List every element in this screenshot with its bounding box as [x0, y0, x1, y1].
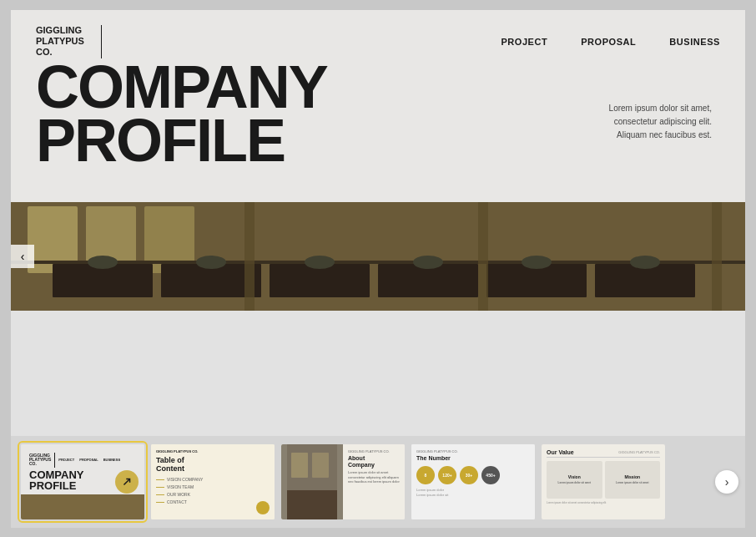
mission-box: Mission Lorem ipsum dolor sit amet — [605, 461, 661, 499]
title-line2: PROFILE — [36, 114, 327, 168]
thumbnail-1[interactable]: GIGGLINGPLATYPUSCO. PROJECTPROPOSALBUSIN… — [21, 444, 144, 519]
slide-description: Lorem ipsum dolor sit amet, consectetur … — [595, 102, 712, 142]
slide-content: GIGGLING PLATYPUS CO. PROJECT PROPOSAL B… — [11, 10, 745, 311]
num-box-2: 120+ — [438, 466, 456, 484]
svg-rect-23 — [478, 202, 488, 311]
svg-rect-24 — [712, 202, 722, 311]
slide-prev-arrow[interactable]: ‹ — [11, 245, 34, 268]
svg-rect-29 — [312, 453, 329, 478]
thumb-2-content: GIGGLING PLATYPUS CO. Table of Content V… — [151, 444, 275, 519]
svg-rect-22 — [244, 202, 255, 311]
thumb-5-content: Our Value GIGGLING PLATYPUS CO. Vision L… — [542, 444, 665, 519]
vision-box: Vision Lorem ipsum dolor sit amet — [547, 461, 602, 499]
svg-rect-30 — [287, 490, 337, 519]
svg-rect-28 — [291, 453, 308, 478]
thumb-1-photo — [21, 494, 144, 519]
thumb-4-title: The Number — [416, 455, 530, 461]
svg-point-19 — [413, 256, 443, 269]
thumbnail-strip: GIGGLINGPLATYPUSCO. PROJECTPROPOSALBUSIN… — [11, 436, 745, 528]
num-box-1: 8 — [416, 466, 435, 484]
thumb-4-numbers: 8 120+ 30+ 450+ — [416, 466, 530, 484]
thumb-5-title: Our Value — [547, 449, 574, 455]
num-box-4: 450+ — [481, 466, 500, 484]
thumb-2-title: Table of Content — [156, 456, 270, 474]
slide-main-title: COMPANY PROFILE — [36, 60, 327, 169]
nav-business[interactable]: BUSINESS — [669, 37, 720, 47]
thumb-1-content: GIGGLINGPLATYPUSCO. PROJECTPROPOSALBUSIN… — [21, 444, 144, 519]
thumbnail-2[interactable]: GIGGLING PLATYPUS CO. Table of Content V… — [151, 444, 275, 519]
office-interior — [11, 202, 745, 311]
thumb-3-title: About Company — [348, 455, 400, 469]
chevron-right-icon: › — [725, 475, 729, 489]
svg-point-18 — [305, 256, 335, 269]
thumb-3-photo — [281, 444, 343, 519]
office-photo: ‹ — [11, 202, 745, 311]
svg-point-20 — [522, 256, 552, 269]
thumb-5-sections: Vision Lorem ipsum dolor sit amet Missio… — [547, 461, 660, 499]
nav-project[interactable]: PROJECT — [501, 37, 547, 47]
slide-nav-links: PROJECT PROPOSAL BUSINESS — [501, 37, 720, 47]
thumb-3-info: GIGGLING PLATYPUS CO. About Company Lore… — [343, 444, 405, 519]
next-arrow-button[interactable]: › — [715, 470, 738, 494]
svg-point-21 — [630, 256, 660, 269]
thumbnail-4[interactable]: GIGGLING PLATYPUS CO. The Number 8 120+ … — [411, 444, 535, 519]
nav-proposal[interactable]: PROPOSAL — [581, 37, 636, 47]
main-slide-area: GIGGLING PLATYPUS CO. PROJECT PROPOSAL B… — [11, 10, 745, 436]
thumbnail-5[interactable]: Our Value GIGGLING PLATYPUS CO. Vision L… — [542, 444, 665, 519]
thumb-3-content: GIGGLING PLATYPUS CO. About Company Lore… — [281, 444, 405, 519]
thumbnail-3[interactable]: GIGGLING PLATYPUS CO. About Company Lore… — [281, 444, 405, 519]
title-line1: COMPANY — [36, 60, 327, 114]
thumb-2-items: VISION COMPANY VISION TEAM OUR WORK CONT… — [156, 477, 270, 504]
thumb-2-badge — [256, 501, 270, 514]
thumb-4-content: GIGGLING PLATYPUS CO. The Number 8 120+ … — [411, 444, 535, 519]
num-box-3: 30+ — [460, 466, 478, 484]
presentation-viewer: GIGGLING PLATYPUS CO. PROJECT PROPOSAL B… — [11, 10, 745, 528]
svg-point-17 — [196, 256, 226, 269]
thumb-5-header: Our Value GIGGLING PLATYPUS CO. — [547, 449, 660, 458]
svg-point-16 — [88, 256, 118, 269]
